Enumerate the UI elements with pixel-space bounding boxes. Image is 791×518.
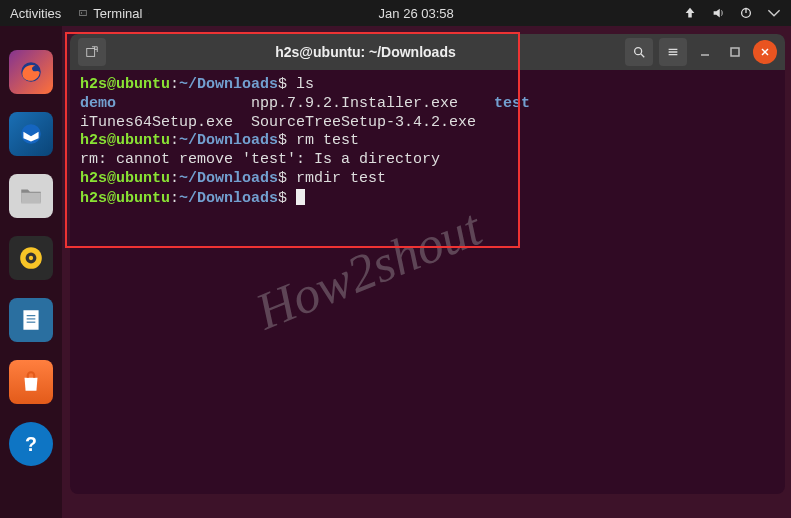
svg-rect-1: [80, 11, 86, 16]
active-app-menu[interactable]: Terminal: [79, 6, 149, 21]
prompt-colon: :: [170, 76, 179, 93]
cmd-rmdir: rmdir test: [287, 170, 386, 187]
network-icon[interactable]: [683, 6, 697, 20]
titlebar: h2s@ubuntu: ~/Downloads: [70, 34, 785, 70]
ls-pad: [458, 95, 494, 112]
maximize-icon: [729, 46, 741, 58]
svg-rect-22: [731, 48, 739, 56]
svg-text:?: ?: [25, 433, 37, 455]
power-icon[interactable]: [739, 6, 753, 20]
cmd-rm: rm test: [287, 132, 359, 149]
thunderbird-icon: [18, 121, 44, 147]
active-app-label: Terminal: [93, 6, 142, 21]
rm-error: rm: cannot remove 'test': Is a directory: [80, 151, 440, 168]
dock-libreoffice-writer[interactable]: [9, 298, 53, 342]
prompt-colon: :: [170, 189, 179, 206]
chevron-down-icon[interactable]: [767, 6, 781, 20]
minimize-icon: [699, 46, 711, 58]
svg-line-17: [641, 54, 645, 58]
folder-icon: [18, 183, 44, 209]
ls-pad: [116, 95, 251, 112]
ls-npp: npp.7.9.2.Installer.exe: [251, 95, 458, 112]
question-icon: ?: [18, 431, 44, 457]
search-icon: [632, 45, 646, 59]
search-button[interactable]: [625, 38, 653, 66]
prompt-colon: :: [170, 132, 179, 149]
new-tab-button[interactable]: [78, 38, 106, 66]
clock[interactable]: Jan 26 03:58: [149, 6, 683, 21]
cmd-ls: ls: [287, 76, 314, 93]
prompt-path: ~/Downloads: [179, 132, 278, 149]
prompt-path: ~/Downloads: [179, 189, 278, 206]
svg-rect-10: [23, 310, 38, 330]
prompt-user: h2s@ubuntu: [80, 170, 170, 187]
window-title: h2s@ubuntu: ~/Downloads: [114, 44, 617, 60]
prompt-path: ~/Downloads: [179, 170, 278, 187]
prompt-dollar: $: [278, 170, 287, 187]
dock-rhythmbox[interactable]: [9, 236, 53, 280]
cmd-empty: [287, 189, 296, 206]
ls-pad: [233, 114, 251, 131]
prompt-user: h2s@ubuntu: [80, 76, 170, 93]
speaker-icon: [18, 245, 44, 271]
document-icon: [18, 307, 44, 333]
ls-sourcetree: SourceTreeSetup-3.4.2.exe: [251, 114, 476, 131]
prompt-user: h2s@ubuntu: [80, 132, 170, 149]
terminal-window: h2s@ubuntu: ~/Downloads h2s@ubuntu:~/Dow…: [70, 34, 785, 494]
dock-help[interactable]: ?: [9, 422, 53, 466]
close-icon: [760, 47, 770, 57]
prompt-user: h2s@ubuntu: [80, 189, 170, 206]
volume-icon[interactable]: [711, 6, 725, 20]
minimize-button[interactable]: [693, 40, 717, 64]
cursor: [296, 189, 305, 205]
svg-point-9: [29, 256, 33, 260]
dock-software[interactable]: [9, 360, 53, 404]
prompt-colon: :: [170, 170, 179, 187]
dock-thunderbird[interactable]: [9, 112, 53, 156]
dock: ?: [0, 26, 62, 518]
shopping-bag-icon: [18, 369, 44, 395]
activities-button[interactable]: Activities: [10, 6, 61, 21]
svg-rect-15: [87, 49, 95, 57]
prompt-dollar: $: [278, 189, 287, 206]
terminal-icon: [79, 9, 87, 17]
prompt-path: ~/Downloads: [179, 76, 278, 93]
ls-test: test: [494, 95, 530, 112]
terminal-content[interactable]: h2s@ubuntu:~/Downloads$ ls demo npp.7.9.…: [70, 70, 785, 214]
gnome-top-bar: Activities Terminal Jan 26 03:58: [0, 0, 791, 26]
new-tab-icon: [85, 45, 99, 59]
hamburger-icon: [666, 45, 680, 59]
svg-rect-6: [21, 193, 41, 204]
prompt-dollar: $: [278, 76, 287, 93]
ls-itunes: iTunes64Setup.exe: [80, 114, 233, 131]
close-button[interactable]: [753, 40, 777, 64]
maximize-button[interactable]: [723, 40, 747, 64]
prompt-dollar: $: [278, 132, 287, 149]
firefox-icon: [18, 59, 44, 85]
svg-point-16: [635, 48, 642, 55]
dock-firefox[interactable]: [9, 50, 53, 94]
ls-demo: demo: [80, 95, 116, 112]
dock-files[interactable]: [9, 174, 53, 218]
menu-button[interactable]: [659, 38, 687, 66]
